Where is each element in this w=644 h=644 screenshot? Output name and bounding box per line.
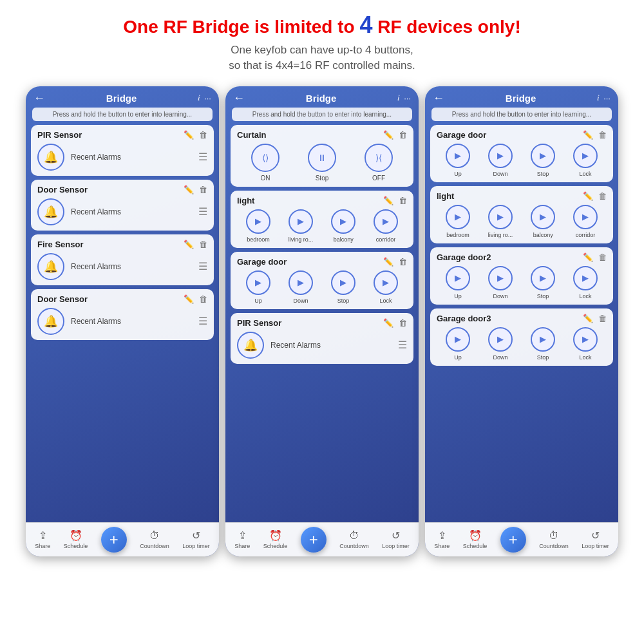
pir-list-icon-2[interactable]: ☰ [398, 339, 407, 351]
light-2-balcony-btn[interactable]: ▶ balcony [331, 209, 355, 243]
garage-3b-up-btn[interactable]: ▶ Up [446, 266, 470, 299]
delete-light2[interactable]: 🗑 [399, 196, 407, 205]
countdown-btn-2[interactable]: ⏱ Countdown [339, 530, 369, 549]
light-2-bedroom-btn[interactable]: ▶ bedroom [246, 209, 270, 243]
edit-light2[interactable]: ✏️ [383, 196, 393, 205]
delete-fire[interactable]: 🗑 [199, 240, 207, 249]
edit-garage3b[interactable]: ✏️ [583, 252, 593, 262]
loop-btn-2[interactable]: ↺ Loop timer [382, 529, 410, 549]
delete-door1[interactable]: 🗑 [199, 185, 207, 194]
pir-sensor-card-2: PIR Sensor ✏️ 🗑 🔔 Recent Alarms ☰ [231, 313, 413, 364]
light-3-livingro-btn[interactable]: ▶ living ro... [488, 205, 513, 238]
door-list-icon-2[interactable]: ☰ [198, 315, 207, 327]
delete-door2[interactable]: 🗑 [199, 294, 207, 304]
delete-garage3a[interactable]: 🗑 [598, 130, 607, 140]
back-arrow-2[interactable]: ← [233, 91, 245, 105]
door-list-icon-1[interactable]: ☰ [198, 205, 207, 218]
delete-garage3b[interactable]: 🗑 [598, 252, 607, 262]
garage-3b-stop-btn[interactable]: ▶ Stop [531, 266, 555, 299]
info-icon-3[interactable]: 𝑖 [597, 93, 600, 103]
edit-garage3a[interactable]: ✏️ [583, 130, 593, 140]
edit-door2[interactable]: ✏️ [184, 294, 194, 304]
loop-icon-1: ↺ [192, 529, 200, 542]
garage-3b-lock-btn[interactable]: ▶ Lock [573, 266, 598, 299]
light-2-livingro-btn[interactable]: ▶ living ro... [289, 209, 314, 243]
add-btn-3[interactable]: + [500, 527, 526, 553]
back-arrow-1[interactable]: ← [33, 91, 45, 105]
loop-btn-3[interactable]: ↺ Loop timer [582, 529, 609, 549]
garage-3a-down-btn[interactable]: ▶ Down [488, 144, 513, 177]
edit-fire[interactable]: ✏️ [184, 240, 194, 249]
garage-3b-down-btn[interactable]: ▶ Down [488, 266, 513, 299]
curtain-on-btn[interactable]: ⟨⟩ ON [251, 144, 279, 182]
delete-pir2[interactable]: 🗑 [399, 318, 407, 328]
more-icon-1[interactable]: ··· [204, 93, 211, 103]
garage-3b-buttons: ▶ Up ▶ Down ▶ Stop ▶ Lock [437, 266, 607, 299]
garage-3c-stop-btn[interactable]: ▶ Stop [531, 327, 555, 361]
instruction-bar-1: Press and hold the button to enter into … [32, 108, 213, 121]
pir-list-icon[interactable]: ☰ [198, 151, 207, 163]
light-3-corridor-btn[interactable]: ▶ corridor [573, 205, 598, 238]
garage-2-up-btn[interactable]: ▶ Up [246, 270, 270, 304]
garage-2-lock-btn[interactable]: ▶ Lock [374, 270, 398, 304]
more-icon-3[interactable]: ··· [603, 93, 611, 103]
curtain-off-btn[interactable]: ⟩⟨ OFF [365, 144, 393, 182]
edit-garage3c[interactable]: ✏️ [583, 314, 593, 323]
garage-3a-lock-btn[interactable]: ▶ Lock [573, 144, 598, 177]
garage-door-card-3b: Garage door2 ✏️ 🗑 ▶ Up ▶ Down [430, 247, 613, 305]
edit-pir[interactable]: ✏️ [184, 130, 194, 140]
schedule-btn-1[interactable]: ⏰ Schedule [64, 529, 88, 549]
delete-light3[interactable]: 🗑 [598, 191, 607, 201]
curtain-name: Curtain [237, 130, 267, 140]
garage-2-stop-btn[interactable]: ▶ Stop [331, 270, 355, 304]
garage-3a-stop-btn[interactable]: ▶ Stop [531, 144, 555, 177]
share-btn-3[interactable]: ⇪ Share [434, 529, 450, 549]
fire-bell[interactable]: 🔔 [37, 253, 64, 280]
loop-btn-1[interactable]: ↺ Loop timer [182, 529, 210, 549]
fire-list-icon[interactable]: ☰ [198, 260, 207, 272]
pir-alarms-label: Recent Alarms [71, 153, 192, 162]
garage-3a-stop-icon: ▶ [531, 144, 555, 168]
edit-curtain[interactable]: ✏️ [383, 130, 393, 140]
door-sensor-2-actions: ✏️ 🗑 [184, 294, 207, 304]
garage-3c-stop-icon: ▶ [531, 327, 555, 352]
delete-garage2[interactable]: 🗑 [399, 257, 407, 267]
light-3-actions: ✏️ 🗑 [583, 191, 607, 201]
edit-garage2[interactable]: ✏️ [383, 257, 393, 267]
delete-pir[interactable]: 🗑 [199, 130, 207, 140]
info-icon-2[interactable]: 𝑖 [397, 93, 400, 103]
share-icon-1: ⇪ [39, 529, 47, 542]
share-btn-2[interactable]: ⇪ Share [234, 529, 250, 549]
countdown-btn-1[interactable]: ⏱ Countdown [140, 530, 169, 549]
delete-curtain[interactable]: 🗑 [399, 130, 407, 140]
back-arrow-3[interactable]: ← [433, 91, 444, 105]
add-btn-2[interactable]: + [301, 527, 327, 553]
pir-bell[interactable]: 🔔 [37, 144, 64, 171]
more-icon-2[interactable]: ··· [404, 93, 411, 103]
light-3-bedroom-btn[interactable]: ▶ bedroom [446, 205, 470, 238]
garage-3c-down-btn[interactable]: ▶ Down [488, 327, 513, 361]
door-bell-2[interactable]: 🔔 [37, 308, 64, 335]
delete-garage3c[interactable]: 🗑 [598, 314, 607, 323]
edit-light3[interactable]: ✏️ [583, 191, 593, 201]
curtain-stop-btn[interactable]: ⏸ Stop [308, 144, 336, 182]
edit-door1[interactable]: ✏️ [184, 185, 194, 194]
door-bell-1[interactable]: 🔔 [37, 198, 64, 225]
fire-alarms-label: Recent Alarms [71, 262, 192, 271]
light-2-corridor-btn[interactable]: ▶ corridor [374, 209, 398, 243]
schedule-btn-2[interactable]: ⏰ Schedule [263, 529, 288, 549]
add-btn-1[interactable]: + [101, 527, 127, 553]
edit-pir2[interactable]: ✏️ [383, 318, 393, 328]
countdown-btn-3[interactable]: ⏱ Countdown [539, 530, 569, 549]
pir-bell-2[interactable]: 🔔 [237, 332, 264, 359]
curtain-on-label: ON [261, 175, 270, 182]
light-3-balcony-btn[interactable]: ▶ balcony [531, 205, 555, 238]
door-sensor-1-row: 🔔 Recent Alarms ☰ [37, 198, 207, 225]
garage-3c-up-btn[interactable]: ▶ Up [446, 327, 470, 361]
info-icon-1[interactable]: 𝑖 [198, 93, 200, 103]
share-btn-1[interactable]: ⇪ Share [35, 529, 50, 549]
garage-3c-lock-btn[interactable]: ▶ Lock [573, 327, 598, 361]
schedule-btn-3[interactable]: ⏰ Schedule [463, 529, 488, 549]
garage-2-down-btn[interactable]: ▶ Down [289, 270, 313, 304]
garage-3a-up-btn[interactable]: ▶ Up [446, 144, 470, 177]
